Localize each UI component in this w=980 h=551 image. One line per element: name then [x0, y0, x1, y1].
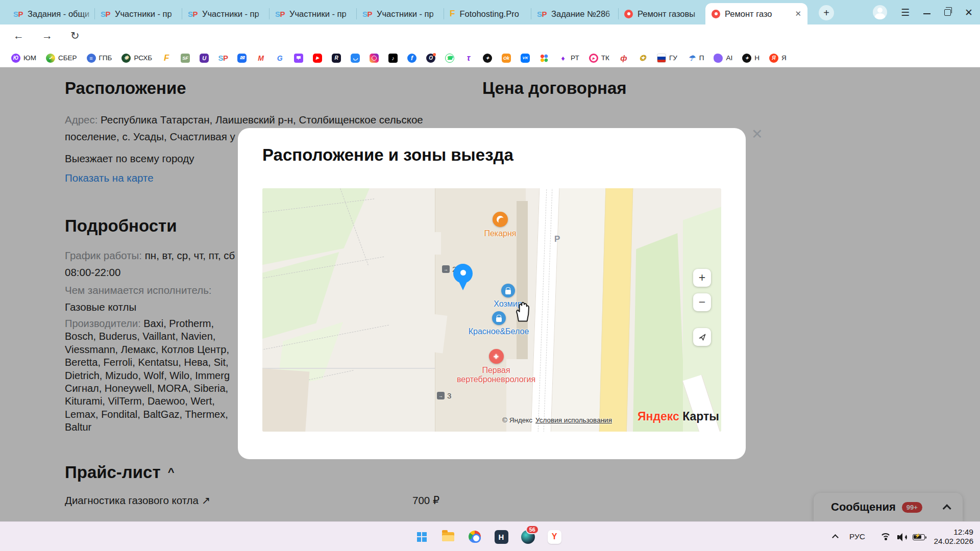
- tab-participants-3[interactable]: SPУчастники - пр: [269, 3, 356, 24]
- bookmark-rutube[interactable]: R: [332, 54, 341, 63]
- bookmark-mail[interactable]: ✉: [237, 54, 247, 63]
- restore-icon[interactable]: [944, 9, 951, 16]
- bookmark-tiktok[interactable]: ♪: [388, 54, 398, 63]
- tab-label: Ремонт газовы: [638, 9, 695, 19]
- odnoklassniki-icon: Ok: [502, 54, 511, 63]
- tab-label: Участники - пр: [115, 9, 172, 19]
- bookmark-yandex[interactable]: ЯЯ: [769, 54, 787, 63]
- windows-taskbar: H 56 Y РУС ⚡ 12:49 24.02.2026: [0, 521, 980, 551]
- bookmark-dots-app[interactable]: [540, 54, 549, 63]
- volume-icon[interactable]: [897, 533, 908, 541]
- new-tab-button[interactable]: +: [819, 5, 834, 20]
- bookmark-facebook[interactable]: f: [407, 54, 416, 63]
- back-icon[interactable]: ←: [13, 30, 24, 42]
- bookmark-emblem[interactable]: ✪: [638, 54, 647, 63]
- tab-task-286[interactable]: SPЗадание №286: [531, 3, 618, 24]
- modal-title: Расположение и зоны выезда: [262, 145, 513, 165]
- start-button[interactable]: [411, 527, 432, 547]
- bookmark-ai[interactable]: AI: [714, 54, 732, 63]
- bookmark-tau[interactable]: τ: [464, 54, 473, 63]
- map-attribution: © ЯндексУсловия использования: [502, 416, 612, 424]
- bookmark-whatsapp[interactable]: ☎: [445, 54, 454, 63]
- bookmark-sber[interactable]: ✓СБЕР: [46, 54, 77, 63]
- map-park-area: [262, 188, 370, 267]
- ai-blob-icon: [714, 54, 723, 63]
- bookmark-n-app[interactable]: ✦Н: [742, 54, 760, 63]
- tab-close-icon[interactable]: ✕: [795, 9, 801, 18]
- bookmark-google[interactable]: G: [275, 54, 284, 63]
- time: 12:49: [934, 528, 973, 537]
- sber-icon: ✓: [46, 54, 55, 63]
- profile-avatar[interactable]: [873, 5, 887, 19]
- gmail-icon: M: [256, 54, 265, 63]
- bookmark-youtube[interactable]: ▶: [313, 54, 322, 63]
- terms-link[interactable]: Условия использования: [535, 416, 612, 424]
- hand-cursor-icon: [513, 302, 531, 322]
- medical-cross-icon: +: [489, 349, 504, 364]
- bookmark-gmail[interactable]: M: [256, 54, 265, 63]
- tab-participants-1[interactable]: SPУчастники - пр: [94, 3, 182, 24]
- map-zoom-in-button[interactable]: +: [693, 269, 711, 287]
- bookmark-rshb[interactable]: ❋РСХБ: [121, 54, 152, 63]
- language-indicator[interactable]: РУС: [849, 532, 865, 541]
- vk-icon: VK: [521, 54, 530, 63]
- bookmark-smile-app[interactable]: ◡: [351, 54, 360, 63]
- entrance-icon: →: [437, 392, 445, 399]
- forward-icon[interactable]: →: [42, 30, 53, 42]
- bookmark-ok[interactable]: Ok: [502, 54, 511, 63]
- taskbar-clock[interactable]: 12:49 24.02.2026: [934, 528, 973, 546]
- yandex-browser-button[interactable]: Y: [544, 527, 565, 547]
- bookmark-yoomoney[interactable]: ЮЮМ: [11, 54, 36, 63]
- bookmark-umbrella[interactable]: ☂П: [687, 54, 704, 63]
- tab-participants-4[interactable]: SPУчастники - пр: [356, 3, 444, 24]
- tab-remont-active[interactable]: Ремонт газо✕: [705, 3, 807, 24]
- bookmark-rt[interactable]: ♦РТ: [558, 54, 579, 63]
- messenger-button[interactable]: 56: [518, 527, 538, 547]
- bookmark-u-app[interactable]: U: [200, 54, 209, 63]
- battery-icon[interactable]: ⚡: [913, 534, 925, 540]
- bookmark-gosuslugi[interactable]: ГУ: [657, 54, 677, 63]
- bookmark-instagram[interactable]: [370, 54, 379, 63]
- map-location-pin[interactable]: [453, 264, 473, 290]
- tau-icon: τ: [464, 54, 473, 63]
- bookmark-gpb[interactable]: ≡ГПБ: [87, 54, 112, 63]
- bookmark-tk[interactable]: ▸ТК: [589, 54, 609, 63]
- menu-icon[interactable]: ☰: [901, 7, 910, 18]
- tab-fotohosting[interactable]: FFotohosting.Pro: [444, 3, 531, 24]
- file-explorer-button[interactable]: [438, 527, 458, 547]
- bookmark-vk[interactable]: VK: [521, 54, 530, 63]
- h-app-icon: H: [495, 530, 508, 544]
- chrome-button[interactable]: [464, 527, 485, 547]
- folder-icon: [442, 532, 454, 541]
- tab-label: Участники - пр: [202, 9, 259, 19]
- yandex-map[interactable]: Пекарня Р →2 →3 Хозмир Красное&Белое + П…: [262, 188, 721, 432]
- bookmark-o-app[interactable]: O: [426, 54, 435, 63]
- youtube-icon: ▶: [313, 54, 322, 63]
- minimize-icon[interactable]: [923, 13, 930, 14]
- tab-remont-1[interactable]: Ремонт газовы: [618, 3, 705, 24]
- poi-bakery[interactable]: Пекарня: [472, 212, 528, 238]
- tab-participants-2[interactable]: SPУчастники - пр: [182, 3, 269, 24]
- smile-icon: ◡: [351, 54, 360, 63]
- reload-icon[interactable]: ↻: [70, 30, 80, 42]
- window-close-icon[interactable]: ✕: [965, 7, 973, 18]
- yandex-maps-logo[interactable]: Яндекс Карты: [638, 410, 719, 423]
- yoomoney-icon: Ю: [11, 54, 20, 63]
- poi-clinic[interactable]: + Первая вертеброневрология: [455, 349, 537, 384]
- avito-favicon-icon: [712, 10, 720, 18]
- russia-flag-icon: [657, 54, 666, 63]
- modal-close-icon[interactable]: ✕: [751, 128, 763, 141]
- map-geolocation-button[interactable]: [693, 328, 711, 346]
- bookmark-sfr[interactable]: ф: [619, 54, 628, 63]
- sp-favicon-icon: SP: [101, 10, 110, 18]
- wifi-icon[interactable]: [880, 533, 891, 541]
- bookmark-sf[interactable]: SF: [181, 54, 190, 63]
- bookmark-star-app[interactable]: ✦: [483, 54, 492, 63]
- h-app-button[interactable]: H: [491, 527, 511, 547]
- bookmark-sp[interactable]: SP: [218, 54, 228, 63]
- bookmark-twitch[interactable]: [294, 54, 303, 63]
- tray-expand-chevron-icon[interactable]: [832, 534, 839, 541]
- map-zoom-out-button[interactable]: −: [693, 293, 711, 311]
- bookmark-fotohosting[interactable]: F: [162, 54, 171, 63]
- tab-tasks[interactable]: SPЗадания - общи: [7, 3, 94, 24]
